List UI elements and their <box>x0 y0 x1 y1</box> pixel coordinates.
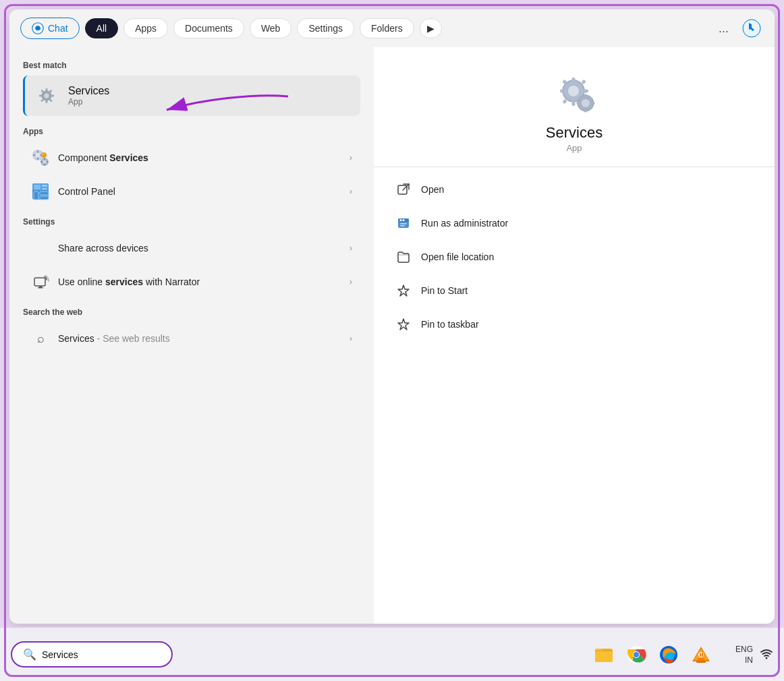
web-search-text: Services - See web results <box>58 333 341 344</box>
taskbar-apps <box>590 641 715 669</box>
share-across-devices-item[interactable]: Share across devices › <box>23 232 360 264</box>
component-services-chevron: › <box>349 153 352 162</box>
taskbar-search-icon: 🔍 <box>23 648 36 661</box>
svg-rect-22 <box>44 158 45 160</box>
svg-rect-61 <box>400 223 407 225</box>
more-label: ... <box>719 22 729 35</box>
taskbar-vlc[interactable] <box>687 641 715 669</box>
svg-rect-36 <box>34 278 45 286</box>
share-across-devices-chevron: › <box>349 243 352 253</box>
search-icon: ⌕ <box>31 329 50 348</box>
chrome-icon <box>626 645 646 665</box>
component-services-svg <box>31 148 50 167</box>
right-panel: Services App Open <box>374 47 775 624</box>
svg-rect-53 <box>577 102 582 105</box>
control-panel-chevron: › <box>349 187 352 196</box>
svg-rect-77 <box>702 653 703 657</box>
web-search-chevron: › <box>349 334 352 343</box>
documents-label: Documents <box>185 23 233 34</box>
open-label: Open <box>421 184 444 195</box>
open-action[interactable]: Open <box>387 174 761 205</box>
bing-button[interactable] <box>739 16 764 40</box>
control-panel-svg <box>31 182 50 201</box>
component-services-text: Component Services <box>58 152 341 163</box>
run-admin-svg <box>397 216 410 230</box>
run-admin-action[interactable]: Run as administrator <box>387 208 761 239</box>
share-icon <box>31 239 50 258</box>
settings-label: Settings <box>308 23 343 34</box>
file-location-icon <box>395 249 412 265</box>
pin-taskbar-icon <box>395 316 412 332</box>
svg-rect-32 <box>42 188 47 189</box>
settings-filter-btn[interactable]: Settings <box>297 18 354 38</box>
taskbar-file-explorer[interactable] <box>590 641 618 669</box>
svg-rect-25 <box>47 161 49 162</box>
apps-filter-btn[interactable]: Apps <box>123 18 168 38</box>
svg-rect-30 <box>34 185 40 189</box>
app-type-large: App <box>566 143 582 153</box>
documents-filter-btn[interactable]: Documents <box>173 18 244 38</box>
component-services-item[interactable]: Component Services › <box>23 142 360 174</box>
web-filter-btn[interactable]: Web <box>250 18 292 38</box>
all-filter-btn[interactable]: All <box>85 18 119 38</box>
svg-rect-37 <box>39 286 42 287</box>
svg-point-60 <box>403 219 405 221</box>
file-explorer-icon <box>594 645 614 665</box>
file-location-action[interactable]: Open file location <box>387 241 761 272</box>
taskbar-chrome[interactable] <box>622 641 650 669</box>
search-bar[interactable]: 🔍 <box>11 641 173 668</box>
bing-icon <box>741 18 762 39</box>
lang-1: ENG <box>735 645 753 654</box>
pin-start-icon <box>395 283 412 299</box>
svg-rect-62 <box>400 225 405 227</box>
svg-rect-24 <box>41 161 43 162</box>
svg-rect-44 <box>582 90 588 93</box>
play-label: ▶ <box>427 23 435 34</box>
apps-label: Apps <box>135 23 157 34</box>
best-match-text: Services App <box>68 85 109 107</box>
pin-start-label: Pin to Start <box>421 285 468 296</box>
chat-filter-btn[interactable]: Chat <box>20 18 80 39</box>
chat-label: Chat <box>48 23 68 34</box>
control-panel-icon <box>31 182 50 201</box>
web-search-item[interactable]: ⌕ Services - See web results › <box>23 322 360 355</box>
svg-point-4 <box>45 94 49 98</box>
right-actions: Open Run as administrato <box>374 167 775 347</box>
control-panel-item[interactable]: Control Panel › <box>23 175 360 208</box>
web-section: Search the web ⌕ Services - See web resu… <box>23 307 360 355</box>
svg-rect-43 <box>560 90 566 93</box>
chat-filter-icon <box>32 22 44 34</box>
pin-taskbar-action[interactable]: Pin to taskbar <box>387 309 761 340</box>
svg-rect-18 <box>33 154 36 156</box>
taskbar-search-input[interactable] <box>42 649 161 660</box>
component-services-icon <box>31 148 50 167</box>
web-section-label: Search the web <box>23 307 360 317</box>
svg-point-78 <box>766 657 768 659</box>
taskbar-firefox[interactable] <box>654 641 683 669</box>
vlc-icon <box>691 645 711 665</box>
settings-section-label: Settings <box>23 217 360 227</box>
folders-filter-btn[interactable]: Folders <box>360 18 414 38</box>
svg-rect-74 <box>696 661 706 663</box>
file-location-svg <box>397 250 410 264</box>
all-label: All <box>96 23 107 34</box>
left-panel: Best match <box>9 47 374 624</box>
taskbar-tray: ENG IN <box>735 645 753 665</box>
narrator-services-item[interactable]: Use online services with Narrator › <box>23 266 360 298</box>
run-admin-label: Run as administrator <box>421 218 508 229</box>
svg-rect-8 <box>51 95 54 97</box>
more-btn[interactable]: ... <box>713 19 734 38</box>
svg-rect-64 <box>595 651 613 651</box>
pin-taskbar-svg <box>397 318 410 331</box>
purple-arrow <box>146 86 295 127</box>
right-top: Services App <box>374 47 775 167</box>
best-match-item[interactable]: Services App <box>23 76 360 116</box>
share-across-devices-text: Share across devices <box>58 243 341 254</box>
apps-section-label: Apps <box>23 127 360 136</box>
pin-start-action[interactable]: Pin to Start <box>387 275 761 306</box>
svg-point-21 <box>43 160 47 164</box>
app-icon-large <box>550 67 598 116</box>
play-filter-btn[interactable]: ▶ <box>420 18 442 38</box>
best-match-name: Services <box>68 85 109 97</box>
svg-rect-52 <box>584 108 587 113</box>
